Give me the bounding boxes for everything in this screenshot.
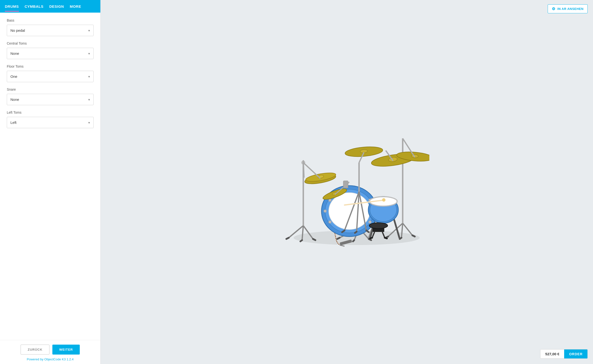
svg-line-57 [303, 160, 304, 178]
price-display: 527,00 € [540, 349, 564, 358]
tab-design[interactable]: DESIGN [49, 1, 64, 12]
svg-line-4 [286, 238, 289, 239]
price-order-bar: 527,00 € ORDER [540, 349, 588, 359]
ar-icon: ⚙ [552, 7, 555, 11]
svg-line-64 [355, 232, 357, 233]
tab-cymbals[interactable]: CYMBALS [25, 1, 44, 12]
central-toms-select[interactable]: None One Two Three [7, 48, 93, 59]
order-button[interactable]: ORDER [564, 349, 587, 358]
bass-select[interactable]: No pedal Single pedal Double pedal [7, 25, 93, 36]
snare-select[interactable]: None One [7, 94, 93, 105]
button-row: ZURÜCK WEITER [7, 345, 94, 355]
floor-toms-label: Floor Toms [7, 64, 94, 68]
bass-field-group: Bass No pedal Single pedal Double pedal … [7, 18, 94, 36]
svg-line-14 [353, 240, 354, 241]
svg-point-30 [329, 193, 370, 229]
tab-drums[interactable]: DRUMS [5, 1, 19, 12]
svg-line-19 [412, 235, 415, 237]
back-button[interactable]: ZURÜCK [21, 345, 49, 355]
ar-button[interactable]: ⚙ IN AR ANSEHEN [548, 4, 588, 13]
central-toms-field-group: Central Toms None One Two Three ▾ [7, 41, 94, 59]
bass-select-wrapper[interactable]: No pedal Single pedal Double pedal ▾ [7, 25, 94, 36]
snare-field-group: Snare None One ▾ [7, 87, 94, 105]
drum-visualization [264, 114, 429, 250]
bottom-area: ZURÜCK WEITER Powered by ObjectCode K3 1… [0, 340, 100, 364]
next-button[interactable]: WEITER [52, 345, 80, 355]
left-panel: DRUMS CYMBALS DESIGN MORE Bass No pedal … [0, 0, 101, 364]
left-toms-label: Left Toms [7, 111, 94, 114]
svg-rect-74 [343, 181, 348, 188]
powered-by-text: Powered by ObjectCode K3 1.2.4 [7, 357, 94, 361]
svg-line-69 [370, 238, 372, 238]
svg-point-34 [369, 221, 371, 223]
svg-point-32 [329, 221, 331, 223]
tab-more[interactable]: MORE [70, 1, 81, 12]
nav-tabs: DRUMS CYMBALS DESIGN MORE [0, 0, 100, 13]
central-toms-label: Central Toms [7, 41, 94, 45]
floor-toms-field-group: Floor Toms None One Two ▾ [7, 64, 94, 82]
left-toms-select[interactable]: None Left Right Both [7, 117, 93, 128]
drum-kit-svg [264, 114, 429, 250]
snare-select-wrapper[interactable]: None One ▾ [7, 94, 94, 105]
floor-toms-select-wrapper[interactable]: None One Two ▾ [7, 71, 94, 82]
right-panel: ⚙ IN AR ANSEHEN [101, 0, 593, 364]
ar-button-label: IN AR ANSEHEN [557, 7, 584, 11]
svg-line-12 [337, 238, 340, 239]
svg-line-5 [313, 239, 315, 240]
bass-label: Bass [7, 18, 94, 22]
left-toms-field-group: Left Toms None Left Right Both ▾ [7, 111, 94, 128]
central-toms-select-wrapper[interactable]: None One Two Three ▾ [7, 48, 94, 59]
svg-point-71 [369, 223, 388, 229]
left-toms-select-wrapper[interactable]: None Left Right Both ▾ [7, 117, 94, 128]
svg-point-35 [324, 210, 327, 213]
svg-point-73 [382, 198, 385, 202]
form-area: Bass No pedal Single pedal Double pedal … [0, 13, 100, 340]
svg-line-6 [300, 240, 302, 241]
svg-line-26 [340, 245, 345, 246]
snare-label: Snare [7, 87, 94, 91]
floor-toms-select[interactable]: None One Two [7, 71, 93, 82]
svg-line-70 [385, 238, 387, 238]
